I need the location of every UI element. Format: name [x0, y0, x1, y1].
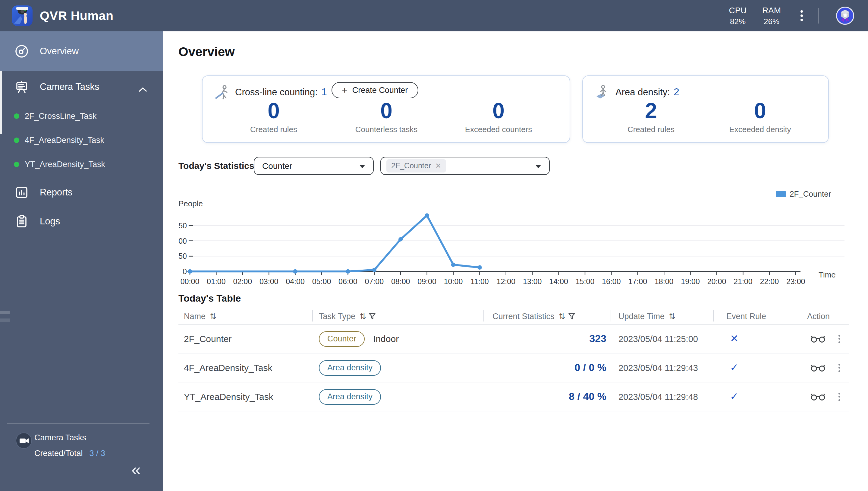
col-header-update-time[interactable]: Update Time⇅	[611, 308, 714, 324]
svg-text:01:00: 01:00	[207, 277, 226, 286]
task-type-tag: Area density	[319, 360, 381, 375]
row-more-menu-icon[interactable]	[838, 364, 840, 372]
stat-value: 0	[225, 99, 322, 123]
stat-value: 0	[450, 99, 547, 123]
table-row: YT_AreaDensity_Task Area density 8 / 40 …	[179, 382, 849, 411]
tasks-table: Name⇅ Task Type⇅ Current Statistics⇅ Upd…	[179, 308, 849, 411]
task-filter-select[interactable]: 2F_Counter ✕	[380, 157, 550, 175]
row-more-menu-icon[interactable]	[838, 393, 840, 401]
user-avatar[interactable]	[836, 7, 854, 25]
current-statistic: 323	[484, 333, 611, 345]
status-dot-green	[14, 137, 19, 143]
svg-text:15:00: 15:00	[576, 277, 595, 286]
dropdown-triangle-icon	[359, 165, 365, 168]
filter-icon[interactable]	[369, 313, 376, 320]
task-label: 2F_CrossLine_Task	[25, 111, 97, 120]
update-time: 2023/05/04 11:29:48	[611, 392, 714, 401]
collapse-sidebar-icon[interactable]: «	[131, 461, 141, 479]
svg-text:13:00: 13:00	[523, 277, 542, 286]
stat-value: 0	[712, 99, 808, 123]
svg-text:05:00: 05:00	[312, 277, 331, 286]
more-menu-icon[interactable]	[798, 8, 806, 23]
status-dot-green	[14, 161, 19, 167]
sidebar-item-label: Camera Tasks	[40, 81, 99, 92]
sort-icon[interactable]: ⇅	[559, 312, 565, 321]
svg-text:Time: Time	[818, 270, 836, 279]
table-row: 4F_AreaDensity_Task Area density 0 / 0 %…	[179, 353, 849, 382]
stat-label: Created rules	[225, 125, 322, 134]
camera-badge-icon	[16, 432, 32, 449]
ram-indicator: RAM 26%	[755, 4, 788, 27]
easel-icon	[14, 80, 29, 94]
view-glasses-icon[interactable]	[811, 364, 825, 372]
chip-label: 2F_Counter	[391, 162, 431, 170]
event-rule-check-icon: ✓	[714, 390, 802, 403]
create-counter-label: Create Counter	[352, 86, 408, 95]
event-rule-check-icon: ✓	[714, 361, 802, 374]
page-title: Overview	[179, 45, 235, 59]
sidebar-task-item[interactable]: YT_AreaDensity_Task	[0, 152, 163, 176]
crossline-counting-card: Cross-line counting: 1 + Create Counter …	[202, 76, 570, 143]
update-time: 2023/05/04 11:29:43	[611, 363, 714, 373]
svg-text:00:00: 00:00	[181, 277, 199, 286]
task-name: YT_AreaDensity_Task	[179, 392, 313, 402]
svg-text:12:00: 12:00	[497, 277, 516, 286]
row-more-menu-icon[interactable]	[838, 335, 840, 343]
current-statistic: 8 / 40 %	[484, 391, 611, 403]
task-label: YT_AreaDensity_Task	[25, 160, 105, 169]
stat-label: Counterless tasks	[338, 125, 435, 134]
svg-text:10:00: 10:00	[444, 277, 463, 286]
filter-icon[interactable]	[568, 313, 575, 320]
svg-text:09:00: 09:00	[417, 277, 436, 286]
sort-icon[interactable]: ⇅	[360, 312, 366, 321]
legend-swatch	[776, 191, 786, 197]
sidebar-item-label: Logs	[40, 216, 60, 227]
view-glasses-icon[interactable]	[811, 393, 825, 401]
svg-text:02:00: 02:00	[233, 277, 252, 286]
stat-label: Created rules	[603, 125, 699, 134]
statistic-type-select[interactable]: Counter	[254, 157, 374, 175]
chart-legend: 2F_Counter	[776, 190, 831, 198]
svg-text:06:00: 06:00	[338, 277, 358, 286]
chip-remove-icon[interactable]: ✕	[435, 162, 441, 170]
bar-chart-icon	[14, 185, 29, 200]
create-counter-button[interactable]: + Create Counter	[332, 82, 418, 98]
sidebar-footer-divider	[7, 424, 150, 424]
sidebar-artifact	[0, 311, 10, 314]
col-header-task-type[interactable]: Task Type⇅	[313, 308, 484, 324]
sort-icon[interactable]: ⇅	[669, 312, 675, 321]
sidebar-item-camera-tasks[interactable]: Camera Tasks	[0, 71, 163, 103]
svg-text:0: 0	[183, 267, 187, 276]
todays-table-title: Today's Table	[179, 293, 241, 304]
chevron-up-icon[interactable]	[138, 84, 147, 89]
area-person-icon	[595, 84, 611, 100]
svg-text:03:00: 03:00	[259, 277, 278, 286]
gauge-icon	[14, 44, 29, 59]
col-header-name[interactable]: Name⇅	[179, 308, 313, 324]
svg-text:07:00: 07:00	[365, 277, 384, 286]
view-glasses-icon[interactable]	[811, 335, 825, 343]
stat-exceeded-density: 0 Exceeded density	[712, 99, 808, 134]
stat-label: Exceeded density	[712, 125, 808, 134]
svg-text:20:00: 20:00	[707, 277, 726, 286]
sidebar-task-item[interactable]: 2F_CrossLine_Task	[0, 104, 163, 128]
selected-task-chip: 2F_Counter ✕	[386, 159, 446, 173]
svg-text:21:00: 21:00	[734, 277, 752, 286]
plus-icon: +	[342, 85, 347, 96]
col-header-current-statistics[interactable]: Current Statistics⇅	[484, 308, 611, 324]
app-window: QVR Human CPU 82% RAM 26%	[0, 0, 868, 491]
sort-icon[interactable]: ⇅	[210, 312, 216, 321]
sidebar-item-reports[interactable]: Reports	[0, 178, 163, 206]
footer-camera-tasks-label: Camera Tasks	[34, 433, 86, 442]
stat-value: 2	[603, 99, 699, 123]
sidebar-item-overview[interactable]: Overview	[0, 31, 163, 71]
sidebar-item-logs[interactable]: Logs	[0, 207, 163, 235]
event-rule-cross-icon: ✕	[714, 333, 802, 345]
stat-exceeded-counters: 0 Exceeded counters	[450, 99, 547, 134]
sidebar-task-item[interactable]: 4F_AreaDensity_Task	[0, 128, 163, 152]
sidebar-item-label: Reports	[40, 187, 73, 198]
ram-value: 26%	[755, 16, 788, 27]
status-dot-green	[14, 113, 19, 118]
update-time: 2023/05/04 11:25:00	[611, 334, 714, 344]
card-title: Cross-line counting:	[235, 87, 318, 98]
